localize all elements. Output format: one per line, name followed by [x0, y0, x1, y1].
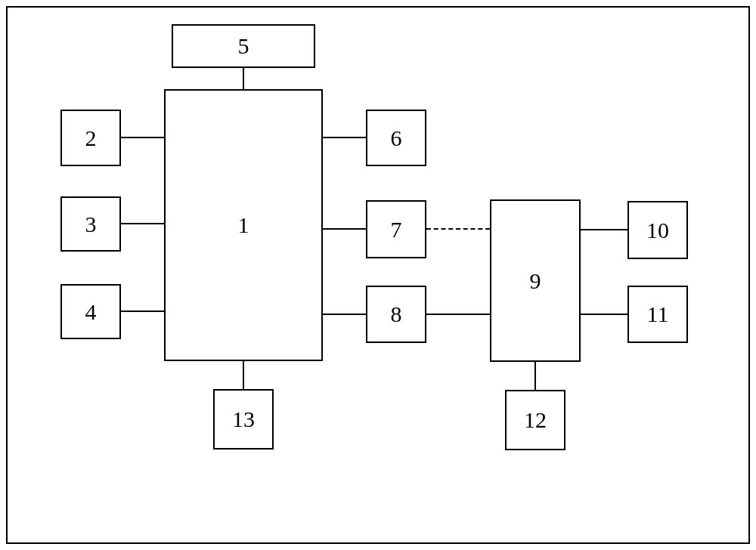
- connector-4-1: [121, 311, 164, 312]
- connector-9-11: [581, 314, 627, 315]
- block-13: 13: [213, 389, 274, 450]
- block-9-label: 9: [530, 268, 541, 294]
- block-6-label: 6: [391, 125, 402, 151]
- block-5: 5: [172, 24, 315, 68]
- block-5-label: 5: [238, 33, 249, 59]
- connector-9-12: [534, 362, 536, 390]
- block-10-label: 10: [646, 218, 669, 243]
- block-2: 2: [60, 110, 121, 166]
- connector-1-7: [323, 228, 366, 230]
- connector-3-1: [121, 223, 164, 224]
- block-8: 8: [366, 286, 426, 343]
- diagram-frame: [6, 6, 750, 544]
- block-11-label: 11: [647, 301, 669, 327]
- block-12: 12: [505, 390, 565, 450]
- diagram-stage: 1 5 2 3 4 6 7 8 13 9 10: [0, 0, 756, 550]
- connector-2-1: [121, 137, 164, 138]
- block-8-label: 8: [391, 301, 402, 327]
- connector-7-9-dashed: [426, 228, 490, 230]
- block-6: 6: [366, 110, 426, 166]
- connector-1-13: [243, 361, 244, 389]
- connector-9-10: [581, 229, 627, 230]
- connector-1-6: [323, 137, 366, 138]
- block-12-label: 12: [524, 407, 547, 433]
- block-2-label: 2: [85, 125, 97, 151]
- block-10: 10: [627, 201, 688, 259]
- block-9: 9: [490, 199, 581, 362]
- block-13-label: 13: [232, 406, 255, 432]
- block-7-label: 7: [391, 217, 402, 243]
- block-7: 7: [366, 200, 426, 258]
- block-1-label: 1: [238, 212, 249, 238]
- connector-1-5: [243, 68, 244, 89]
- block-3-label: 3: [85, 212, 97, 237]
- connector-1-8: [323, 314, 366, 315]
- block-1: 1: [164, 89, 323, 361]
- connector-8-9: [426, 314, 490, 315]
- block-4: 4: [60, 284, 121, 339]
- block-4-label: 4: [85, 299, 97, 325]
- block-3: 3: [60, 196, 121, 252]
- block-11: 11: [627, 286, 688, 343]
